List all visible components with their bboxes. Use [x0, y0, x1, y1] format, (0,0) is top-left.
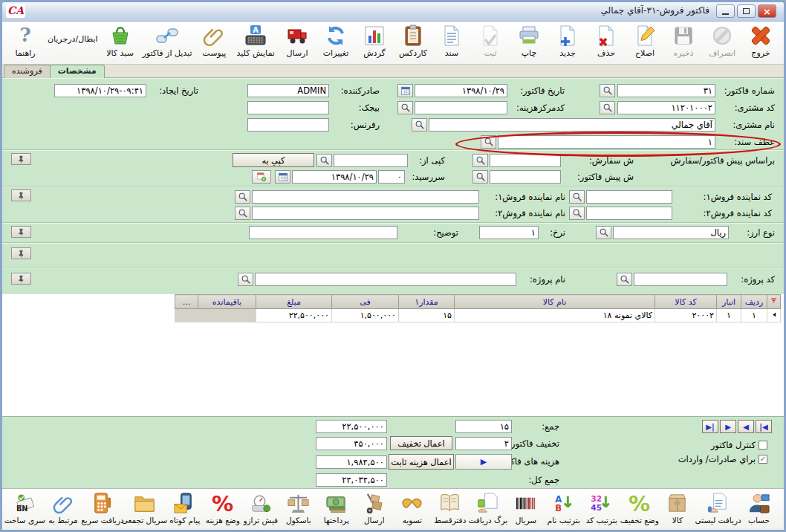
- atf-sanad-search-button[interactable]: [481, 135, 496, 149]
- column-header-qty[interactable]: مقدار۱: [399, 295, 455, 309]
- issuer-field[interactable]: ADMIN: [247, 84, 329, 97]
- export-import-box[interactable]: ✓: [759, 455, 767, 464]
- toolbar-help-button[interactable]: ?راهنما: [7, 23, 44, 59]
- costs-expand-button[interactable]: ▶: [455, 454, 512, 470]
- cell-price[interactable]: ۱,۵۰۰,۰۰۰: [332, 309, 399, 322]
- rep2-name-field[interactable]: [252, 207, 479, 220]
- nav-next-button[interactable]: ▶: [720, 420, 736, 433]
- toolbar-kardex-button[interactable]: کاردکس: [394, 23, 432, 59]
- bottombar-receipt-sheet-button[interactable]: برگ دریافت: [469, 491, 507, 525]
- bottombar-installment-book-button[interactable]: دفترقسط: [431, 491, 469, 525]
- cell-radif[interactable]: ۱: [741, 309, 767, 322]
- customer-code-field[interactable]: ۱۱۲۰۱۰۰۰۲: [617, 101, 715, 114]
- rep1-code-search-button[interactable]: [569, 190, 585, 204]
- bottombar-scale-slip-button[interactable]: فیش ترازو: [241, 491, 279, 525]
- tab-seller[interactable]: فروشنده: [4, 65, 51, 78]
- rep2-code-field[interactable]: [586, 207, 672, 220]
- rep1-name-field[interactable]: [252, 190, 479, 204]
- column-header-remain[interactable]: باقیمانده: [198, 295, 256, 309]
- cell-qty[interactable]: ۱۵: [399, 309, 455, 322]
- customer-name-field[interactable]: آقاي جمالي: [429, 118, 715, 132]
- bottombar-cost-status-button[interactable]: %وضع هزینه: [204, 491, 241, 525]
- due-date-field[interactable]: ۱۳۹۸/۱۰/۲۹: [292, 170, 377, 184]
- bijak-field[interactable]: [247, 101, 329, 114]
- bottombar-list-receive-button[interactable]: دریافت لیستی: [696, 491, 740, 525]
- toolbar-convert-from-invoice-button[interactable]: تبدیل از فاکتور: [140, 23, 195, 59]
- items-table[interactable]: ردیفانبارکد کالانام کالامقدار۱فیمبلغباقی…: [175, 294, 781, 322]
- table-row[interactable]: ۱۱۲۰۰۰۲کالاي نمونه ۱۸۱۵۱,۵۰۰,۰۰۰۲۲,۵۰۰,۰…: [175, 309, 781, 322]
- minimize-button[interactable]: [716, 4, 735, 18]
- section-project-pin-button[interactable]: [11, 273, 31, 285]
- column-header-code[interactable]: کد کالا: [655, 295, 717, 309]
- export-import-checkbox[interactable]: ✓ براي صادرات/ واردات: [678, 454, 767, 464]
- invoice-control-box[interactable]: [759, 441, 767, 450]
- toolbar-print-button[interactable]: چاپ: [510, 23, 548, 59]
- invoice-date-calendar-button[interactable]: [397, 84, 413, 97]
- toolbar-exit-button[interactable]: خروج: [742, 23, 779, 59]
- nav-last-button[interactable]: ▶|: [702, 420, 718, 433]
- cell-dots[interactable]: [175, 309, 198, 322]
- atf-sanad-field[interactable]: ۱: [498, 135, 715, 149]
- column-header-name[interactable]: نام کالا: [455, 295, 655, 309]
- customer-name-search-button[interactable]: [412, 118, 427, 132]
- section-reps-pin-button[interactable]: [11, 189, 31, 201]
- toolbar-attachment-button[interactable]: پیوست: [195, 23, 233, 59]
- bottombar-goods-button[interactable]: کالا: [658, 491, 696, 525]
- toolbar-delete-button[interactable]: حذف: [588, 23, 625, 59]
- cell-amount[interactable]: ۲۲,۵۰۰,۰۰۰: [256, 309, 332, 322]
- project-code-field[interactable]: [634, 273, 727, 286]
- bottombar-sort-by-name-button[interactable]: ABبترتیب نام: [545, 491, 582, 525]
- bottombar-cumulative-serial-button[interactable]: سریال تجمعی: [123, 491, 166, 525]
- invoice-no-field[interactable]: ۳۱: [617, 84, 715, 97]
- bottombar-batch-series-button[interactable]: BNسری ساخت: [5, 491, 45, 525]
- cell-name[interactable]: کالاي نمونه ۱۸: [455, 309, 655, 322]
- cell-remain[interactable]: [198, 309, 256, 322]
- column-header-price[interactable]: فی: [332, 295, 399, 309]
- section-order-pin-button[interactable]: [11, 153, 31, 165]
- copy-from-search-button[interactable]: [316, 154, 332, 167]
- toolbar-show-keys-button[interactable]: Aنمایش کلید: [234, 23, 277, 59]
- section-extra-pin-button[interactable]: [11, 247, 31, 259]
- currency-field[interactable]: ریال: [613, 226, 729, 239]
- rep2-name-search-button[interactable]: [235, 207, 250, 220]
- rep2-code-search-button[interactable]: [569, 207, 585, 220]
- cost-center-field[interactable]: [415, 101, 507, 114]
- order-no-field[interactable]: [490, 154, 561, 167]
- proforma-no-search-button[interactable]: [472, 170, 488, 184]
- due-date-calc-button[interactable]: [252, 170, 271, 184]
- toolbar-goods-basket-button[interactable]: سبد کالا: [102, 23, 139, 59]
- due-days-field[interactable]: ۰: [378, 170, 405, 184]
- proforma-no-field[interactable]: [490, 170, 561, 184]
- customer-code-search-button[interactable]: [600, 101, 615, 114]
- discount-pct-field[interactable]: ۲: [455, 437, 512, 450]
- bottombar-sms-button[interactable]: پیام کوتاه: [166, 491, 204, 525]
- apply-discount-button[interactable]: اعمال تخفیف: [390, 436, 452, 450]
- bottombar-settlement-button[interactable]: تسویه: [393, 491, 431, 525]
- column-header-radif[interactable]: ردیف: [741, 295, 767, 309]
- invoice-no-search-button[interactable]: [600, 84, 615, 97]
- toolbar-turnover-button[interactable]: گردش: [356, 23, 393, 59]
- bottombar-serial-button[interactable]: سریال: [507, 491, 545, 525]
- toolbar-send-button[interactable]: ارسال: [279, 23, 316, 59]
- column-header-anbar[interactable]: انبار: [717, 295, 741, 309]
- maximize-button[interactable]: [737, 4, 756, 18]
- tab-details[interactable]: مشخصات: [50, 65, 105, 78]
- description-field[interactable]: [249, 226, 397, 239]
- reference-field[interactable]: [247, 118, 329, 132]
- copy-from-field[interactable]: [334, 154, 408, 167]
- copy-to-button[interactable]: کپي به: [233, 153, 314, 167]
- toolbar-voucher-button[interactable]: سند: [433, 23, 470, 59]
- rate-field[interactable]: ۱: [479, 226, 539, 239]
- section-currency-pin-button[interactable]: [11, 226, 31, 238]
- cost-center-search-button[interactable]: [397, 101, 413, 114]
- cell-anbar[interactable]: ۱: [717, 309, 741, 322]
- toolbar-void-in-progress-button[interactable]: ابطال/درجریان: [45, 23, 100, 45]
- invoice-control-checkbox[interactable]: کنترل فاکتور: [711, 440, 767, 450]
- toolbar-changes-button[interactable]: تغییرات: [317, 23, 354, 59]
- bottombar-dispatch-button[interactable]: ارسال: [355, 491, 393, 525]
- project-name-field[interactable]: [255, 273, 516, 286]
- bottombar-related-to-button[interactable]: مرتبط به: [45, 491, 82, 525]
- toolbar-edit-button[interactable]: اصلاح: [626, 23, 663, 59]
- column-header-amount[interactable]: مبلغ: [256, 295, 332, 309]
- due-date-calendar-button[interactable]: [275, 170, 290, 184]
